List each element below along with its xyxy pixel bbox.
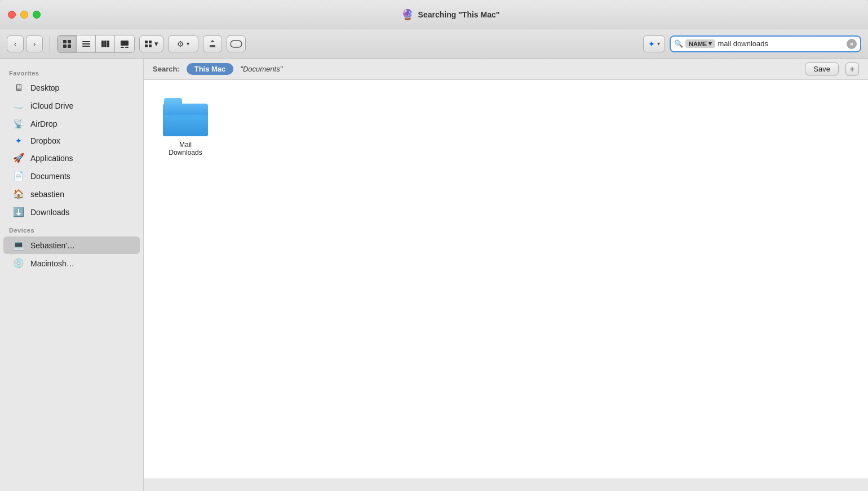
sidebar-item-downloads[interactable]: ⬇️ Downloads	[3, 203, 140, 221]
svg-rect-3	[68, 44, 71, 48]
view-button-group	[57, 35, 135, 53]
window-title: Searching "This Mac"	[418, 10, 500, 19]
sidebar-item-sebastien-mac[interactable]: 💻 Sebastien'…	[3, 236, 140, 254]
minimize-button[interactable]	[20, 11, 28, 19]
svg-rect-14	[149, 41, 152, 43]
svg-rect-15	[145, 44, 148, 47]
home-icon: 🏠	[12, 189, 25, 199]
group-dropdown[interactable]: ▾	[139, 35, 163, 52]
close-button[interactable]	[8, 11, 16, 19]
sidebar-item-home[interactable]: 🏠 sebastien	[3, 185, 140, 203]
desktop-icon: 🖥	[12, 83, 25, 93]
traffic-lights	[8, 11, 41, 19]
folder-icon	[163, 98, 208, 136]
separator-1	[50, 36, 50, 52]
dropbox-chevron: ▾	[657, 41, 660, 47]
sidebar-item-dropbox[interactable]: ✦ Dropbox	[3, 133, 140, 149]
settings-button[interactable]: ⚙ ▾	[168, 35, 198, 52]
file-area: Mail Downloads	[144, 80, 868, 479]
applications-icon: 🚀	[12, 153, 25, 163]
scope-this-mac-button[interactable]: This Mac	[187, 63, 234, 75]
svg-rect-9	[107, 41, 109, 47]
file-name: Mail Downloads	[162, 141, 209, 157]
sidebar-item-label: iCloud Drive	[30, 101, 73, 110]
chevron-down-icon: ▾	[708, 40, 712, 47]
forward-button[interactable]: ›	[26, 35, 43, 52]
scope-documents-button[interactable]: "Documents"	[240, 65, 282, 73]
svg-rect-8	[104, 41, 107, 47]
icloud-icon: ☁️	[12, 100, 25, 111]
view-cover-button[interactable]	[115, 35, 134, 52]
view-column-button[interactable]	[96, 35, 115, 52]
sidebar-item-airdrop[interactable]: 📡 AirDrop	[3, 115, 140, 132]
group-dropdown-chevron: ▾	[154, 39, 158, 48]
settings-chevron: ▾	[187, 41, 189, 47]
svg-rect-16	[149, 44, 152, 47]
search-input[interactable]	[718, 39, 844, 48]
titlebar-center: 🔮 Searching "This Mac"	[41, 8, 860, 21]
disk-icon: 💿	[12, 258, 25, 269]
nav-buttons: ‹ ›	[7, 35, 43, 52]
svg-rect-17	[231, 41, 242, 47]
sidebar-item-label: sebastien	[30, 190, 64, 199]
documents-icon: 📄	[12, 171, 25, 181]
view-list-button[interactable]	[77, 35, 96, 52]
svg-rect-5	[82, 43, 90, 44]
content-area: Favorites 🖥 Desktop ☁️ iCloud Drive 📡 Ai…	[0, 59, 868, 491]
sidebar-item-label: Documents	[30, 172, 70, 181]
status-bar	[144, 479, 868, 491]
titlebar: 🔮 Searching "This Mac"	[0, 0, 868, 29]
svg-rect-2	[63, 44, 67, 48]
search-name-label: NAME	[689, 41, 707, 47]
share-button[interactable]	[203, 35, 222, 52]
sidebar-item-label: Macintosh…	[30, 259, 74, 268]
svg-rect-6	[82, 46, 90, 47]
sidebar: Favorites 🖥 Desktop ☁️ iCloud Drive 📡 Ai…	[0, 59, 144, 491]
dropbox-icon: ✦	[648, 39, 655, 48]
gear-icon: ⚙	[177, 39, 184, 48]
sidebar-item-icloud[interactable]: ☁️ iCloud Drive	[3, 97, 140, 114]
svg-rect-0	[63, 40, 67, 43]
svg-rect-12	[125, 47, 129, 48]
finder-window: 🔮 Searching "This Mac" ‹ ›	[0, 0, 868, 491]
back-button[interactable]: ‹	[7, 35, 24, 52]
dropbox-button[interactable]: ✦ ▾	[643, 35, 665, 52]
sidebar-item-label: Sebastien'…	[30, 241, 75, 250]
file-item-mail-downloads[interactable]: Mail Downloads	[157, 93, 214, 161]
sidebar-item-documents[interactable]: 📄 Documents	[3, 167, 140, 185]
sidebar-item-label: Dropbox	[30, 136, 60, 145]
search-filter-bar: Search: This Mac "Documents" Save +	[144, 59, 868, 80]
svg-rect-1	[68, 40, 71, 43]
sidebar-item-label: Applications	[30, 154, 73, 163]
laptop-icon: 💻	[12, 240, 25, 251]
sidebar-item-label: AirDrop	[30, 119, 57, 128]
tag-button[interactable]	[227, 35, 246, 52]
svg-rect-4	[82, 41, 90, 42]
toolbar: ‹ ›	[0, 29, 868, 59]
sidebar-item-desktop[interactable]: 🖥 Desktop	[3, 79, 140, 96]
view-grid-button[interactable]	[57, 35, 77, 52]
svg-rect-13	[145, 41, 148, 43]
add-filter-button[interactable]: +	[845, 63, 859, 76]
search-icon: 🔍	[674, 39, 683, 48]
dropbox-sidebar-icon: ✦	[12, 136, 25, 145]
svg-rect-11	[121, 47, 124, 48]
search-bar[interactable]: 🔍 NAME ▾ ×	[670, 35, 861, 52]
title-icon: 🔮	[401, 8, 414, 21]
search-filter-label: Search:	[153, 65, 180, 73]
sidebar-item-macintosh[interactable]: 💿 Macintosh…	[3, 255, 140, 272]
devices-label: Devices	[0, 221, 143, 236]
favorites-label: Favorites	[0, 64, 143, 79]
search-name-dropdown[interactable]: NAME ▾	[685, 39, 715, 48]
sidebar-item-label: Desktop	[30, 83, 59, 92]
svg-rect-10	[121, 41, 129, 46]
folder-front	[163, 115, 208, 136]
main-content: Search: This Mac "Documents" Save + Mail…	[144, 59, 868, 491]
search-clear-button[interactable]: ×	[847, 39, 857, 49]
maximize-button[interactable]	[33, 11, 41, 19]
sidebar-item-label: Downloads	[30, 208, 69, 217]
svg-rect-7	[101, 41, 104, 47]
sidebar-item-applications[interactable]: 🚀 Applications	[3, 149, 140, 167]
downloads-icon: ⬇️	[12, 207, 25, 217]
save-button[interactable]: Save	[805, 63, 839, 75]
